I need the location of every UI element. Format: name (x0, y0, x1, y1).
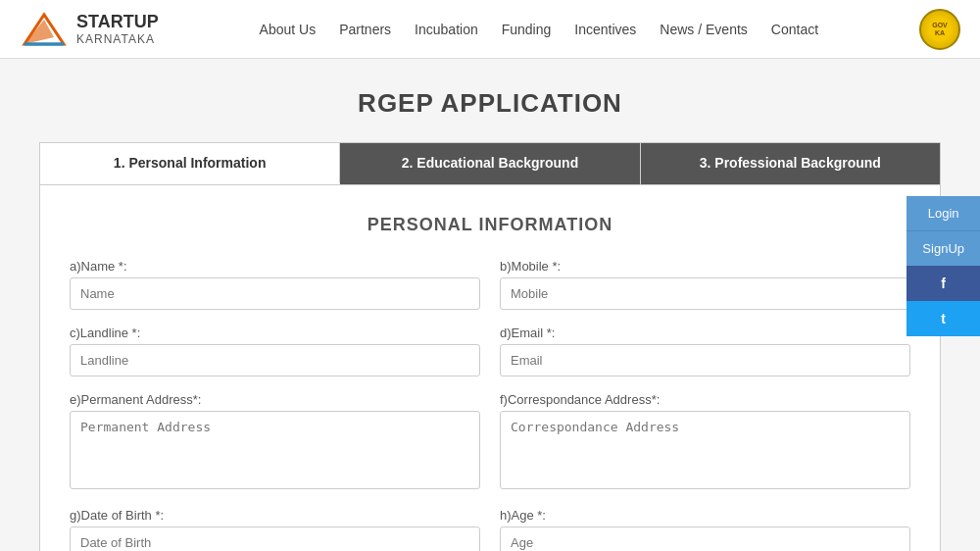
nav-contact[interactable]: Contact (771, 22, 818, 37)
age-input[interactable] (500, 526, 910, 551)
facebook-icon[interactable]: f (906, 266, 980, 301)
sidebar-right: Login SignUp f t (906, 196, 980, 336)
tab-educational-background[interactable]: 2. Educational Background (340, 143, 640, 184)
landline-input[interactable] (70, 344, 480, 376)
email-label: d)Email *: (500, 326, 910, 340)
main-content: RGEP APPLICATION 1. Personal Information… (20, 88, 960, 551)
email-input[interactable] (500, 344, 910, 376)
form-col-mobile: b)Mobile *: (500, 259, 910, 310)
form-col-dob: g)Date of Birth *: (70, 508, 480, 551)
mobile-label: b)Mobile *: (500, 259, 910, 274)
nav-incubation[interactable]: Incubation (415, 22, 478, 37)
form-row-name-mobile: a)Name *: b)Mobile *: (70, 259, 910, 310)
form-section-title: PERSONAL INFORMATION (70, 215, 910, 235)
govt-logo: GOVKA (919, 9, 960, 50)
tab-personal-information[interactable]: 1. Personal Information (40, 143, 340, 184)
perm-address-input[interactable] (70, 411, 480, 489)
logo-icon (20, 10, 69, 49)
form-row-dob-age: g)Date of Birth *: h)Age *: (70, 508, 910, 551)
nav-funding[interactable]: Funding (502, 22, 552, 37)
form-col-name: a)Name *: (70, 259, 480, 310)
form-row-landline-email: c)Landline *: d)Email *: (70, 326, 910, 376)
nav-incentives[interactable]: Incentives (574, 22, 636, 37)
logo-area: STARTUP KARNATAKA (20, 10, 159, 49)
logo-karnataka: KARNATAKA (76, 32, 159, 46)
nav-about-us[interactable]: About Us (260, 22, 317, 37)
form-row-addresses: e)Permanent Address*: f)Correspondance A… (70, 392, 910, 492)
tabs: 1. Personal Information 2. Educational B… (39, 142, 941, 184)
form-col-corr-address: f)Correspondance Address*: (500, 392, 910, 492)
nav-partners[interactable]: Partners (339, 22, 391, 37)
login-button[interactable]: Login (906, 196, 980, 230)
dob-input[interactable] (70, 526, 480, 551)
twitter-icon[interactable]: t (906, 301, 980, 336)
mobile-input[interactable] (500, 277, 910, 310)
nav-news-events[interactable]: News / Events (660, 22, 747, 37)
logo-startup: STARTUP (76, 12, 159, 33)
header: STARTUP KARNATAKA About Us Partners Incu… (0, 0, 980, 59)
corr-address-input[interactable] (500, 411, 910, 489)
tab-professional-background[interactable]: 3. Professional Background (641, 143, 940, 184)
dob-label: g)Date of Birth *: (70, 508, 480, 523)
form-col-email: d)Email *: (500, 326, 910, 376)
name-input[interactable] (70, 277, 480, 310)
form-col-landline: c)Landline *: (70, 326, 480, 376)
form-col-perm-address: e)Permanent Address*: (70, 392, 480, 492)
landline-label: c)Landline *: (70, 326, 480, 340)
perm-address-label: e)Permanent Address*: (70, 392, 480, 407)
page-title: RGEP APPLICATION (39, 88, 941, 119)
form-container: PERSONAL INFORMATION a)Name *: b)Mobile … (39, 184, 941, 551)
header-right: GOVKA (919, 9, 960, 50)
name-label: a)Name *: (70, 259, 480, 274)
age-label: h)Age *: (500, 508, 910, 523)
nav: About Us Partners Incubation Funding Inc… (260, 22, 819, 37)
form-col-age: h)Age *: (500, 508, 910, 551)
signup-button[interactable]: SignUp (906, 230, 980, 266)
corr-address-label: f)Correspondance Address*: (500, 392, 910, 407)
logo-text: STARTUP KARNATAKA (76, 12, 159, 47)
